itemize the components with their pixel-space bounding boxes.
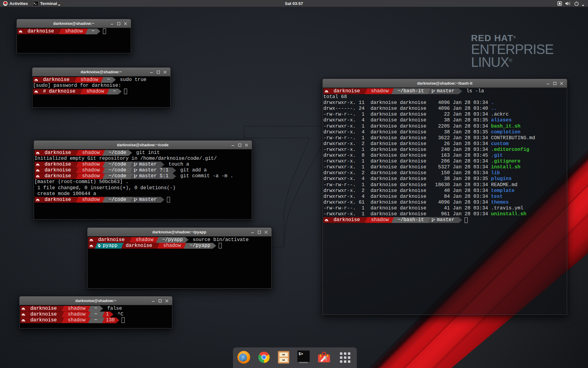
svg-text:$>: $> [299,352,303,356]
